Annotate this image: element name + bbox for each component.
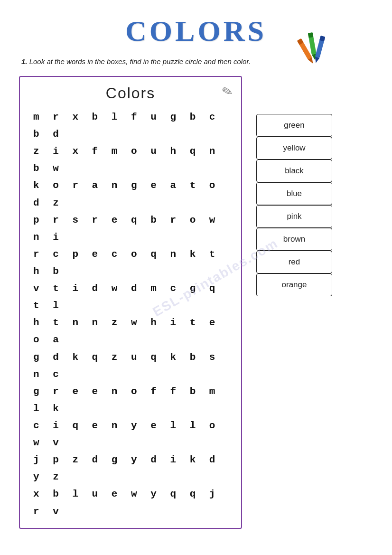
grid-row: g r e e n o f f b m l k [33,383,232,417]
grid-row: x b l u e w y q q j r v [33,486,232,520]
word-box-pink: pink [256,205,332,228]
word-box-black: black [256,160,332,182]
main-content: Colors ✏ m r x b l f u g b c b dz i x f … [19,76,373,529]
svg-rect-5 [308,32,314,38]
instruction-text: Look at the words in the boxes, find in … [29,57,251,66]
word-boxes-container: greenyellowblackbluepinkbrownredorange [256,114,332,296]
word-box-yellow: yellow [256,137,332,160]
grid-row: m r x b l f u g b c b d [33,109,232,143]
puzzle-title: Colors [29,85,232,102]
grid-row: h t n n z w h i t e o a [33,314,232,348]
grid-row: j p z d g y d i k d y z [33,452,232,486]
grid-row: k o r a n g e a t o d z [33,177,232,211]
grid-row: r c p e c o q n k t h b [33,246,232,280]
crayons-decoration [289,24,337,66]
grid-row: v t i d w d m c g q t l [33,280,232,314]
word-box-brown: brown [256,228,332,251]
puzzle-box: Colors ✏ m r x b l f u g b c b dz i x f … [19,76,242,529]
word-box-orange: orange [256,273,332,296]
right-panel: greenyellowblackbluepinkbrownredorange [256,76,332,296]
word-grid: m r x b l f u g b c b dz i x f m o u h q… [29,109,232,520]
instruction-number: 1. [21,57,28,66]
word-box-red: red [256,251,332,273]
word-box-green: green [256,114,332,137]
word-box-blue: blue [256,182,332,205]
grid-row: g d k q z u q k b s n c [33,349,232,383]
page: COLORS 1. Look at the words in the boxes… [0,0,392,555]
grid-row: z i x f m o u h q n b w [33,143,232,177]
grid-row: c i q e n y e l l o w v [33,417,232,452]
grid-row: p r s r e q b r o w n i [33,212,232,246]
